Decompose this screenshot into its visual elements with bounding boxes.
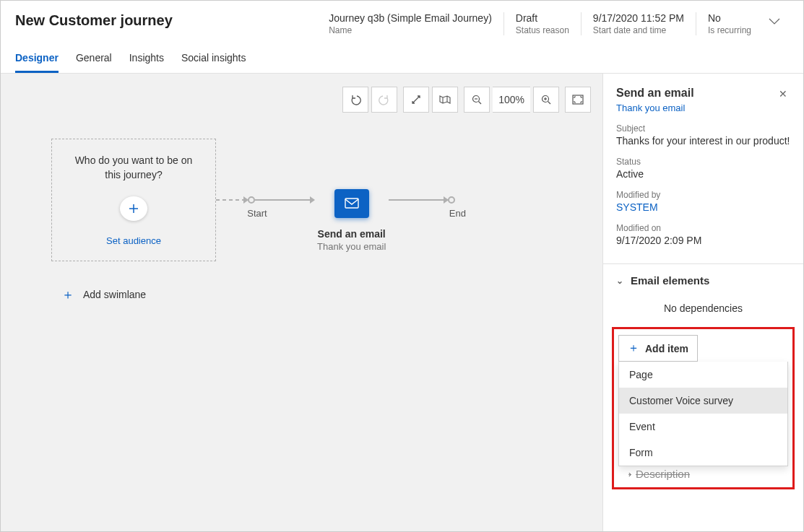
audience-placeholder[interactable]: Who do you want to be on this journey? S… xyxy=(51,139,216,261)
set-audience-link[interactable]: Set audience xyxy=(106,235,161,246)
meta-name: Journey q3b (Simple Email Journey) Name xyxy=(317,12,503,35)
properties-panel: Send an email ✕ Thank you email Subject … xyxy=(602,73,803,531)
svg-line-1 xyxy=(479,102,482,105)
audience-question: Who do you want to be on this journey? xyxy=(66,154,201,182)
add-swimlane-button[interactable]: ＋ Add swimlane xyxy=(61,286,146,303)
chevron-down-icon: ⌄ xyxy=(616,276,623,286)
tab-insights[interactable]: Insights xyxy=(129,52,164,73)
dropdown-item-page[interactable]: Page xyxy=(619,362,787,388)
end-node: End xyxy=(448,196,455,204)
undo-button[interactable] xyxy=(342,87,368,113)
plus-icon: ＋ xyxy=(628,341,639,356)
dropdown-item-form[interactable]: Form xyxy=(619,440,787,466)
status-label: Status xyxy=(616,157,790,167)
connector xyxy=(389,199,448,201)
expand-chevron-icon[interactable] xyxy=(763,12,786,31)
modified-on-value: 9/17/2020 2:09 PM xyxy=(616,235,790,246)
dropdown-item-customer-voice[interactable]: Customer Voice survey xyxy=(619,388,787,414)
zoom-level: 100% xyxy=(493,87,530,113)
panel-title: Send an email xyxy=(616,87,694,100)
tabs: Designer General Insights Social insight… xyxy=(1,43,803,73)
meta-recurring: No Is recurring xyxy=(696,12,763,35)
add-audience-button[interactable] xyxy=(120,196,147,221)
page-title: New Customer journey xyxy=(15,12,317,29)
redo-button[interactable] xyxy=(371,87,397,113)
journey-flow: Who do you want to be on this journey? S… xyxy=(51,139,455,261)
connector xyxy=(255,199,314,201)
minimap-button[interactable] xyxy=(432,87,458,113)
designer-canvas[interactable]: 100% Who do you want to be on this journ… xyxy=(1,73,602,531)
description-section[interactable]: › Description xyxy=(618,465,788,480)
status-value: Active xyxy=(616,168,790,180)
no-dependencies-text: No dependencies xyxy=(616,302,790,314)
tab-general[interactable]: General xyxy=(76,52,112,73)
dropdown-item-event[interactable]: Event xyxy=(619,414,787,440)
tab-designer[interactable]: Designer xyxy=(15,52,59,73)
email-elements-section[interactable]: ⌄ Email elements xyxy=(616,264,790,297)
meta-start-date: 9/17/2020 11:52 PM Start date and time xyxy=(581,12,696,35)
connector xyxy=(216,199,248,201)
email-tile[interactable] xyxy=(334,189,369,218)
main: 100% Who do you want to be on this journ… xyxy=(1,73,803,531)
modified-on-label: Modified on xyxy=(616,223,790,233)
svg-rect-10 xyxy=(345,199,358,208)
panel-subtitle-link[interactable]: Thank you email xyxy=(616,103,790,113)
zoom-in-button[interactable] xyxy=(533,87,559,113)
plus-icon: ＋ xyxy=(61,286,74,303)
subject-label: Subject xyxy=(616,123,790,134)
modified-by-value[interactable]: SYSTEM xyxy=(616,201,790,213)
modified-by-label: Modified by xyxy=(616,190,790,200)
svg-line-4 xyxy=(548,102,551,105)
meta-status: Draft Status reason xyxy=(503,12,581,35)
email-node[interactable]: Send an email Thank you email xyxy=(317,189,386,252)
header: New Customer journey Journey q3b (Simple… xyxy=(1,1,803,43)
canvas-toolbar: 100% xyxy=(342,87,591,113)
close-panel-button[interactable]: ✕ xyxy=(776,87,790,101)
zoom-out-button[interactable] xyxy=(464,87,490,113)
add-item-button[interactable]: ＋ Add item xyxy=(618,335,698,362)
add-item-highlight: ＋ Add item Page Customer Voice survey Ev… xyxy=(612,327,795,489)
email-node-subtitle: Thank you email xyxy=(317,241,386,252)
chevron-right-icon: › xyxy=(628,469,631,479)
email-node-title: Send an email xyxy=(318,228,386,240)
start-node: Start xyxy=(248,196,255,204)
fullscreen-button[interactable] xyxy=(565,87,591,113)
subject-value: Thanks for your interest in our product! xyxy=(616,135,790,147)
record-meta: Journey q3b (Simple Email Journey) Name … xyxy=(317,12,763,35)
fit-view-button[interactable] xyxy=(403,87,429,113)
tab-social-insights[interactable]: Social insights xyxy=(181,52,246,73)
add-item-dropdown: Page Customer Voice survey Event Form xyxy=(618,362,788,466)
